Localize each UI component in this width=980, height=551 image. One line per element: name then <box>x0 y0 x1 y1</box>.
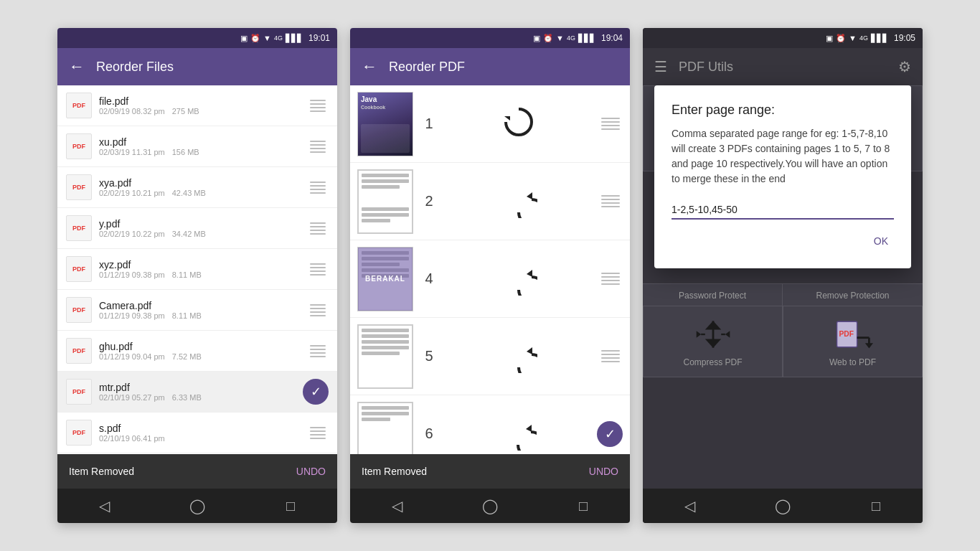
file-info: xya.pdf 02/02/19 10.21 pm 42.43 MB <box>99 177 300 197</box>
back-nav-btn-3[interactable]: ◁ <box>672 491 707 520</box>
snackbar-1: Item Removed UNDO <box>57 454 337 489</box>
recent-nav-btn-1[interactable]: □ <box>273 491 308 520</box>
app-bar-2: ← Reorder PDF <box>350 48 630 85</box>
svg-marker-3 <box>527 347 532 354</box>
page-range-input[interactable] <box>672 201 894 220</box>
file-item[interactable]: PDF xu.pdf 02/03/19 11.31 pm 156 MB <box>57 126 337 167</box>
rotate-icon[interactable] <box>445 258 593 300</box>
util-cell-web[interactable]: PDF Web to PDF <box>783 306 923 377</box>
file-item[interactable]: PDF Camera.pdf 01/12/19 09.38 pm 8.11 MB <box>57 290 337 331</box>
status-icons-3: ▣ ⏰ ▼ 4G ▋▋▋ 19:05 <box>826 33 915 43</box>
web-to-pdf-label: Web to PDF <box>829 357 876 367</box>
drag-handle[interactable] <box>307 138 329 156</box>
drag-handle[interactable] <box>598 270 623 288</box>
file-meta: 02/03/19 11.31 pm 156 MB <box>99 148 300 156</box>
pdf-icon: PDF <box>66 420 92 446</box>
screen-reorder-files: ▣ ⏰ ▼ 4G ▋▋▋ 19:01 ← Reorder Files PDF f… <box>57 28 337 523</box>
drag-handle[interactable] <box>307 342 329 360</box>
network-icon-2: 4G <box>567 34 575 42</box>
home-nav-btn-1[interactable]: ◯ <box>179 491 215 520</box>
util-cell-compress[interactable]: Compress PDF <box>643 306 783 377</box>
pdf-page-item[interactable]: 5 <box>350 318 630 395</box>
rotate-icon[interactable] <box>445 103 593 145</box>
file-name: Camera.pdf <box>99 300 300 311</box>
alarm-icon-3: ⏰ <box>836 34 846 43</box>
svg-marker-4 <box>526 425 532 432</box>
file-item[interactable]: PDF ghu.pdf 01/12/19 09.04 pm 7.52 MB <box>57 331 337 372</box>
file-meta: 02/10/19 05.27 pm 6.33 MB <box>99 393 296 402</box>
bars-icon: ▋▋▋ <box>286 34 303 43</box>
app-title-1: Reorder Files <box>96 60 326 75</box>
recent-nav-btn-2[interactable]: □ <box>565 491 601 520</box>
file-item[interactable]: PDF y.pdf 02/02/19 10.22 pm 34.42 MB <box>57 208 337 249</box>
dialog-actions: OK <box>672 231 894 251</box>
page-thumb <box>357 324 413 389</box>
file-item[interactable]: PDF xya.pdf 02/02/19 10.21 pm 42.43 MB <box>57 167 337 208</box>
pdf-page-item-watermarked[interactable]: BERAKAL 4 <box>350 240 630 318</box>
file-name: ghu.pdf <box>99 341 300 352</box>
drag-handle[interactable] <box>307 179 329 197</box>
status-icons-2: ▣ ⏰ ▼ 4G ▋▋▋ 19:04 <box>533 33 623 43</box>
web-to-pdf-icon: PDF <box>833 316 873 353</box>
bars-icon-3: ▋▋▋ <box>871 34 888 43</box>
file-item[interactable]: PDF file.pdf 02/09/19 08.32 pm 275 MB <box>57 85 337 126</box>
bars-icon-2: ▋▋▋ <box>578 34 595 43</box>
status-time-3: 19:05 <box>894 33 915 43</box>
signal-icon-2: ▼ <box>556 34 564 42</box>
file-item-selected[interactable]: PDF mtr.pdf 02/10/19 05.27 pm 6.33 MB ✓ <box>57 372 337 413</box>
snackbar-2: Item Removed UNDO <box>350 454 630 489</box>
battery-icon: ▣ <box>240 34 248 43</box>
signal-icon-3: ▼ <box>849 34 857 42</box>
drag-handle[interactable] <box>307 424 329 442</box>
back-nav-btn-1[interactable]: ◁ <box>86 491 122 520</box>
status-bar-1: ▣ ⏰ ▼ 4G ▋▋▋ 19:01 <box>57 28 337 48</box>
recent-nav-btn-3[interactable]: □ <box>858 491 894 520</box>
file-name: s.pdf <box>99 423 300 434</box>
back-nav-btn-2[interactable]: ◁ <box>379 491 415 520</box>
back-button-2[interactable]: ← <box>362 57 377 76</box>
drag-handle[interactable] <box>307 220 329 237</box>
rotate-icon[interactable] <box>445 181 593 222</box>
file-info: s.pdf 02/10/19 06.41 pm <box>99 423 300 443</box>
pdf-page-item-selected[interactable]: 6 ✓ <box>350 395 630 454</box>
drag-handle[interactable] <box>307 301 329 319</box>
rotate-icon[interactable] <box>445 336 593 377</box>
dialog-ok-button[interactable]: OK <box>868 231 894 251</box>
snackbar-undo-1[interactable]: UNDO <box>296 466 326 477</box>
file-name: y.pdf <box>99 218 300 230</box>
watermark: BERAKAL <box>358 248 413 311</box>
page-number: 1 <box>419 116 439 132</box>
network-icon: 4G <box>274 34 283 42</box>
nav-bar-3: ◁ ◯ □ <box>643 489 923 523</box>
drag-handle[interactable] <box>598 115 623 133</box>
pdf-page-item[interactable]: Java Cookbook 1 <box>350 85 630 163</box>
pdf-icon: PDF <box>66 256 92 282</box>
svg-text:PDF: PDF <box>839 329 854 337</box>
back-button-1[interactable]: ← <box>69 57 85 76</box>
drag-handle[interactable] <box>307 97 329 115</box>
pdf-page-item[interactable]: 2 <box>350 163 630 240</box>
rotate-icon[interactable] <box>445 413 591 455</box>
home-nav-btn-2[interactable]: ◯ <box>472 491 508 520</box>
screen-pdf-utils: ▣ ⏰ ▼ 4G ▋▋▋ 19:05 ☰ PDF Utils ⚙ <box>643 28 923 523</box>
file-item[interactable]: PDF xyz.pdf 01/12/19 09.38 pm 8.11 MB <box>57 249 337 290</box>
alarm-icon: ⏰ <box>250 34 260 43</box>
page-number: 6 <box>419 425 439 442</box>
drag-handle[interactable] <box>307 260 329 278</box>
app-title-2: Reorder PDF <box>389 60 618 75</box>
file-meta: 02/02/19 10.21 pm 42.43 MB <box>99 189 300 197</box>
file-name: mtr.pdf <box>99 382 296 393</box>
page-thumb <box>357 169 413 234</box>
settings-icon[interactable]: ⚙ <box>898 58 911 75</box>
pdf-icon: PDF <box>66 215 92 241</box>
file-item[interactable]: PDF s.pdf 02/10/19 06.41 pm <box>57 413 337 453</box>
home-nav-btn-3[interactable]: ◯ <box>765 491 801 520</box>
drag-handle[interactable] <box>598 347 623 365</box>
file-name: xu.pdf <box>99 136 300 148</box>
network-icon-3: 4G <box>859 34 868 42</box>
status-time-2: 19:04 <box>601 33 623 43</box>
drag-handle[interactable] <box>598 192 623 210</box>
snackbar-undo-2[interactable]: UNDO <box>589 466 618 477</box>
menu-icon[interactable]: ☰ <box>654 58 667 75</box>
dialog-title: Enter page range: <box>672 103 894 118</box>
